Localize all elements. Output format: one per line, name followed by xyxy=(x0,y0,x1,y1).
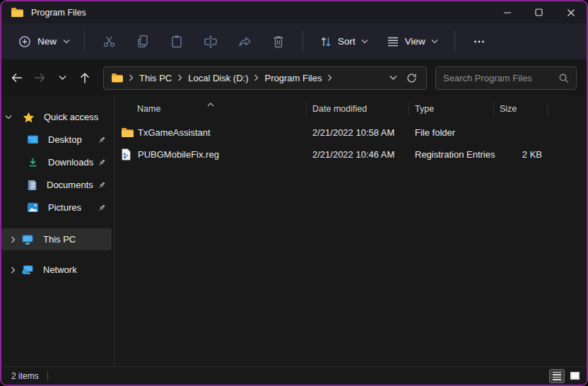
breadcrumb-chevron-icon xyxy=(177,74,182,81)
column-header-name[interactable]: Name xyxy=(114,99,307,119)
view-button[interactable]: View xyxy=(380,31,445,52)
sidebar-item-label: Pictures xyxy=(48,202,81,213)
breadcrumb-this-pc[interactable]: This PC xyxy=(139,71,172,85)
rename-icon xyxy=(204,35,218,48)
delete-button[interactable] xyxy=(264,29,293,54)
sidebar-item-downloads[interactable]: Downloads xyxy=(1,151,112,173)
file-size: 2 KB xyxy=(494,149,548,160)
sidebar-item-label: Desktop xyxy=(48,134,82,145)
chevron-down-icon xyxy=(361,39,368,44)
details-view-icon xyxy=(553,372,561,380)
new-button-label: New xyxy=(37,36,57,47)
chevron-right-icon[interactable] xyxy=(6,267,20,274)
sidebar-item-desktop[interactable]: Desktop xyxy=(1,129,112,151)
breadcrumb-chevron-icon xyxy=(254,74,259,81)
column-header-date-modified[interactable]: Date modified xyxy=(307,99,409,119)
toolbar-separator xyxy=(302,31,303,52)
search-input[interactable] xyxy=(443,73,558,83)
recent-locations-button[interactable] xyxy=(51,66,74,89)
toolbar-separator xyxy=(84,31,85,52)
address-bar[interactable]: This PC Local Disk (D:) Program Files xyxy=(103,66,427,90)
details-view-button[interactable] xyxy=(549,369,565,383)
maximize-button[interactable] xyxy=(523,1,555,23)
address-dropdown-button[interactable] xyxy=(384,69,402,87)
sidebar-item-label: Quick access xyxy=(44,112,98,122)
sort-button[interactable]: Sort xyxy=(313,30,375,53)
sidebar-item-pictures[interactable]: Pictures xyxy=(1,197,112,218)
status-divider xyxy=(47,371,48,381)
file-date-modified: 2/21/2022 10:46 AM xyxy=(307,149,409,160)
sort-button-label: Sort xyxy=(338,36,355,47)
pictures-icon xyxy=(27,202,39,213)
file-explorer-window: Program Files New xyxy=(0,0,588,386)
copy-icon xyxy=(136,35,149,48)
star-icon xyxy=(23,112,35,123)
more-icon xyxy=(473,35,486,48)
rename-button[interactable] xyxy=(196,29,225,54)
chevron-right-icon[interactable] xyxy=(6,236,20,243)
sidebar-item-label: Downloads xyxy=(48,157,93,168)
breadcrumb-chevron-icon xyxy=(129,74,134,81)
pin-icon xyxy=(98,158,106,167)
sidebar-item-label: Documents xyxy=(47,180,93,190)
sort-ascending-icon xyxy=(207,99,214,109)
file-type: File folder xyxy=(409,127,494,138)
chevron-down-icon[interactable] xyxy=(1,115,16,119)
share-icon xyxy=(238,35,252,48)
sidebar-item-network[interactable]: Network xyxy=(1,259,112,281)
column-header-size[interactable]: Size xyxy=(494,99,548,119)
cut-button[interactable] xyxy=(95,29,123,54)
copy-button[interactable] xyxy=(129,29,157,54)
view-button-label: View xyxy=(405,36,425,47)
share-button[interactable] xyxy=(230,29,259,54)
view-icon xyxy=(387,36,399,47)
search-icon[interactable] xyxy=(558,73,569,83)
more-options-button[interactable] xyxy=(465,29,493,54)
back-button[interactable] xyxy=(6,66,28,89)
sidebar-item-label: Network xyxy=(43,264,77,275)
new-button[interactable]: New xyxy=(11,30,77,53)
sidebar-item-label: This PC xyxy=(43,234,76,245)
pin-icon xyxy=(98,136,106,144)
cut-icon xyxy=(102,35,116,48)
command-bar: New xyxy=(1,23,587,60)
navigation-bar: This PC Local Disk (D:) Program Files xyxy=(1,60,587,95)
forward-button[interactable] xyxy=(28,66,51,89)
sidebar-item-this-pc[interactable]: This PC xyxy=(1,228,112,250)
column-header-type[interactable]: Type xyxy=(409,99,494,119)
chevron-down-icon xyxy=(431,39,438,44)
folder-icon xyxy=(11,7,24,18)
registry-file-icon xyxy=(121,148,136,160)
this-pc-icon xyxy=(21,234,34,245)
delete-icon xyxy=(272,35,285,48)
paste-icon xyxy=(170,35,183,48)
toolbar-separator xyxy=(454,31,455,52)
pin-icon xyxy=(98,204,106,212)
breadcrumb-chevron-icon xyxy=(327,74,332,81)
file-name: PUBGMobileFix.reg xyxy=(138,149,219,160)
status-bar: 2 items xyxy=(1,366,587,385)
breadcrumb-program-files[interactable]: Program Files xyxy=(264,71,322,85)
large-icons-view-button[interactable] xyxy=(567,369,582,383)
documents-icon xyxy=(27,180,37,191)
paste-button[interactable] xyxy=(163,29,191,54)
desktop-icon xyxy=(27,134,39,145)
items-count: 2 items xyxy=(11,371,39,381)
pin-icon xyxy=(98,181,106,189)
file-list: Name Date modified Type Size xyxy=(114,95,587,366)
breadcrumb-local-disk-d[interactable]: Local Disk (D:) xyxy=(187,71,249,85)
up-button[interactable] xyxy=(74,66,96,89)
file-name: TxGameAssistant xyxy=(138,127,211,138)
large-icons-view-icon xyxy=(570,372,580,380)
column-headers: Name Date modified Type Size xyxy=(114,99,587,119)
minimize-button[interactable] xyxy=(491,1,523,23)
refresh-button[interactable] xyxy=(402,69,421,87)
folder-icon xyxy=(111,73,124,83)
sidebar-item-documents[interactable]: Documents xyxy=(1,174,112,196)
file-type: Registration Entries xyxy=(409,149,494,160)
close-button[interactable] xyxy=(555,1,587,23)
file-row-txgameassistant[interactable]: TxGameAssistant 2/21/2022 10:58 AM File … xyxy=(114,122,587,144)
titlebar: Program Files xyxy=(1,1,587,23)
file-row-pubgmobilefix-reg[interactable]: PUBGMobileFix.reg 2/21/2022 10:46 AM Reg… xyxy=(114,144,587,165)
sidebar-item-quick-access[interactable]: Quick access xyxy=(1,106,112,128)
